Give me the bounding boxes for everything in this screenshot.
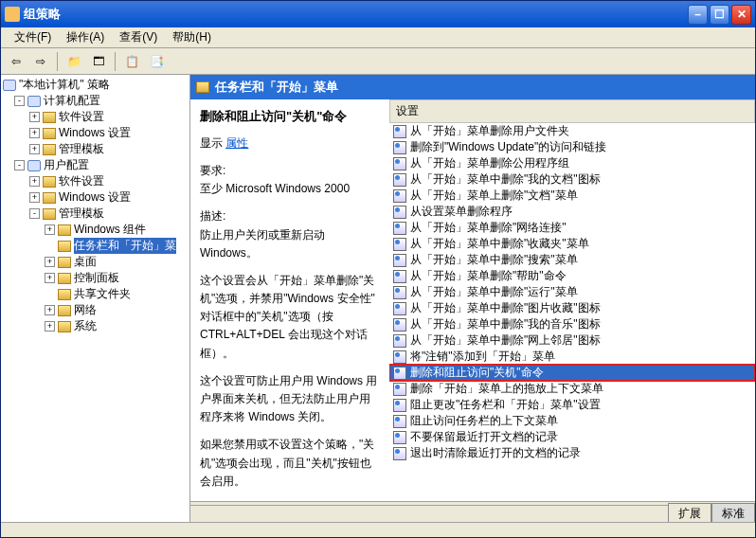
tree-computer-config[interactable]: -计算机配置 [3, 93, 188, 109]
tree-admin-templates[interactable]: +管理模板 [3, 141, 188, 157]
close-button[interactable]: ✕ [731, 5, 751, 25]
up-button[interactable]: 📁 [63, 50, 85, 73]
h-scrollbar[interactable] [190, 505, 668, 520]
policy-item[interactable]: 删除和阻止访问"关机"命令 [389, 365, 755, 381]
content-header: 任务栏和「开始」菜单 [190, 75, 755, 99]
policy-item[interactable]: 从「开始」菜单中删除"图片收藏"图标 [389, 300, 755, 316]
policy-item[interactable]: 从「开始」菜单删除"帮助"命令 [389, 268, 755, 284]
folder-icon [43, 112, 56, 123]
policy-item[interactable]: 从「开始」菜单中删除"网上邻居"图标 [389, 332, 755, 349]
expand-icon[interactable]: + [29, 192, 40, 203]
policy-item[interactable]: 从「开始」菜单删除用户文件夹 [389, 123, 755, 139]
tree-label: 网络 [74, 302, 97, 318]
policy-item[interactable]: 从「开始」菜单删除公用程序组 [389, 155, 755, 171]
policy-item[interactable]: 从「开始」菜单中删除"收藏夹"菜单 [389, 236, 755, 252]
expand-icon[interactable]: + [29, 144, 40, 154]
policy-item[interactable]: 阻止更改"任务栏和「开始」菜单"设置 [389, 397, 755, 413]
policy-item[interactable]: 从「开始」菜单中删除"我的音乐"图标 [389, 316, 755, 332]
policy-icon [393, 238, 406, 251]
show-label: 显示 [200, 136, 223, 150]
policy-item[interactable]: 删除到"Windows Update"的访问和链接 [389, 139, 755, 155]
folder-icon [58, 257, 71, 268]
policy-label: 从「开始」菜单中删除"收藏夹"菜单 [410, 236, 589, 252]
policy-item[interactable]: 从「开始」菜单中删除"我的文档"图标 [389, 171, 755, 188]
tree-windows-components[interactable]: +Windows 组件 [3, 222, 188, 238]
tree-system[interactable]: +系统 [3, 318, 188, 334]
tree-control-panel[interactable]: +控制面板 [3, 270, 188, 286]
titlebar[interactable]: 组策略 – ☐ ✕ [1, 1, 755, 27]
policy-item[interactable]: 从设置菜单删除程序 [389, 204, 755, 220]
policy-item[interactable]: 从「开始」菜单上删除"文档"菜单 [389, 188, 755, 204]
tree-root[interactable]: "本地计算机" 策略 [3, 77, 188, 93]
root-icon [3, 80, 16, 91]
tree-shared-folders[interactable]: 共享文件夹 [3, 286, 188, 302]
policy-label: 将"注销"添加到「开始」菜单 [410, 349, 555, 365]
tree-taskbar-start[interactable]: 任务栏和「开始」菜 [3, 238, 188, 254]
menu-action[interactable]: 操作(A) [59, 27, 112, 47]
tree-network[interactable]: +网络 [3, 302, 188, 318]
collapse-icon[interactable]: - [14, 96, 25, 106]
collapse-icon[interactable]: - [29, 208, 40, 219]
minimize-button[interactable]: – [688, 5, 708, 25]
expand-icon[interactable]: + [45, 321, 55, 332]
policy-item[interactable]: 删除「开始」菜单上的拖放上下文菜单 [389, 381, 755, 397]
expand-icon[interactable]: + [29, 112, 40, 122]
folder-icon [43, 144, 56, 155]
expand-icon[interactable]: + [45, 224, 55, 235]
tab-standard[interactable]: 标准 [711, 503, 755, 523]
forward-button[interactable]: ⇨ [29, 50, 52, 73]
policy-label: 从「开始」菜单删除公用程序组 [410, 155, 569, 171]
policy-item[interactable]: 从「开始」菜单中删除"运行"菜单 [389, 284, 755, 300]
folder-icon [58, 224, 71, 236]
tree-user-config[interactable]: -用户配置 [3, 157, 188, 173]
separator [115, 52, 116, 71]
policy-item[interactable]: 不要保留最近打开文档的记录 [389, 429, 755, 445]
tree-label: 计算机配置 [44, 93, 100, 109]
expand-icon[interactable]: + [29, 128, 40, 138]
tab-extended[interactable]: 扩展 [668, 503, 711, 523]
expand-icon[interactable]: + [29, 176, 40, 187]
policy-label: 不要保留最近打开文档的记录 [410, 429, 558, 445]
expand-icon[interactable]: + [45, 257, 55, 267]
properties-button[interactable]: 📋 [120, 50, 143, 73]
expand-icon[interactable]: + [45, 273, 55, 283]
collapse-icon[interactable]: - [14, 160, 25, 170]
properties-link[interactable]: 属性 [225, 136, 248, 150]
expand-icon[interactable]: + [45, 305, 55, 315]
maximize-button[interactable]: ☐ [710, 5, 729, 25]
tree-pane[interactable]: "本地计算机" 策略 -计算机配置 +软件设置 +Windows 设置 +管理模… [1, 75, 190, 522]
policy-item[interactable]: 退出时清除最近打开的文档的记录 [389, 445, 755, 461]
policy-label: 阻止更改"任务栏和「开始」菜单"设置 [410, 397, 601, 413]
policy-icon [393, 206, 406, 219]
menu-help[interactable]: 帮助(H) [165, 27, 219, 47]
folder-icon [58, 273, 71, 284]
back-button[interactable]: ⇦ [5, 50, 27, 73]
menu-file[interactable]: 文件(F) [7, 27, 59, 47]
policy-item[interactable]: 将"注销"添加到「开始」菜单 [389, 349, 755, 365]
policy-label: 删除「开始」菜单上的拖放上下文菜单 [410, 381, 603, 397]
tab-bar: 扩展 标准 [190, 501, 755, 522]
show-hide-button[interactable]: 🗔 [87, 50, 110, 73]
policy-icon [393, 157, 406, 170]
policy-item[interactable]: 阻止访问任务栏的上下文菜单 [389, 413, 755, 429]
tree-software-settings-2[interactable]: +软件设置 [3, 173, 188, 189]
export-button[interactable]: 📑 [145, 50, 168, 73]
tree-h-scrollbar[interactable] [1, 522, 755, 537]
tree-windows-settings[interactable]: +Windows 设置 [3, 125, 188, 141]
folder-icon [43, 208, 56, 220]
tree-software-settings[interactable]: +软件设置 [3, 109, 188, 125]
tree-admin-templates-2[interactable]: -管理模板 [3, 206, 188, 222]
folder-icon [58, 305, 71, 316]
policy-list[interactable]: 设置 从「开始」菜单删除用户文件夹删除到"Windows Update"的访问和… [389, 99, 755, 501]
policy-item[interactable]: 从「开始」菜单删除"网络连接" [389, 220, 755, 236]
folder-icon [58, 241, 71, 252]
policy-icon [393, 270, 406, 283]
config-icon [27, 96, 41, 107]
tree-desktop[interactable]: +桌面 [3, 254, 188, 270]
menu-view[interactable]: 查看(V) [112, 27, 165, 47]
tree-windows-settings-2[interactable]: +Windows 设置 [3, 189, 188, 206]
list-column-header[interactable]: 设置 [389, 99, 755, 123]
folder-icon [58, 321, 71, 332]
policy-item[interactable]: 从「开始」菜单中删除"搜索"菜单 [389, 252, 755, 268]
policy-label: 从设置菜单删除程序 [410, 204, 513, 220]
